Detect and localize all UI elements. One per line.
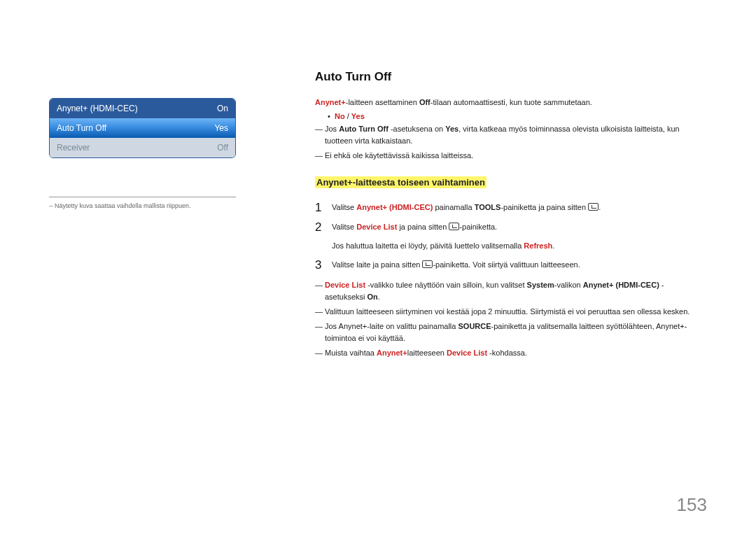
s2subb: Refresh xyxy=(524,241,552,250)
s3a: Valitse laite ja paina sitten xyxy=(332,260,422,269)
enter-icon xyxy=(449,223,459,230)
menu-selected-value: Yes xyxy=(214,123,228,133)
left-footnote: –Näytetty kuva saattaa vaihdella mallist… xyxy=(49,202,236,211)
f1c: System xyxy=(527,281,554,289)
foot-2: ―Valittuun laitteeseen siirtyminen voi k… xyxy=(315,306,700,318)
intro-off: Off xyxy=(419,98,430,106)
step-2-body: Valitse Device List ja paina sitten -pai… xyxy=(332,220,700,252)
s2b: Device List xyxy=(356,223,397,231)
foot-3: ―Jos Anynet+-laite on valittu painamalla… xyxy=(315,321,700,345)
menu-disabled-label: Receiver xyxy=(57,143,90,153)
s2subc: . xyxy=(552,241,554,250)
bullet-no-yes: • No / Yes xyxy=(315,112,700,120)
section-heading: Auto Turn Off xyxy=(315,70,700,84)
f4d: Device List xyxy=(447,349,487,357)
f4a: Muista vaihtaa xyxy=(325,349,377,357)
enter-icon xyxy=(422,260,433,268)
f1g: On xyxy=(368,293,378,301)
menu-selected-row[interactable]: Auto Turn Off Yes xyxy=(50,118,235,138)
bullet-yes: Yes xyxy=(351,112,365,120)
bullet-sep: / xyxy=(345,112,351,120)
right-column: Auto Turn Off Anynet+-laitteen asettamin… xyxy=(315,70,700,361)
step-2: 2 Valitse Device List ja paina sitten -p… xyxy=(315,220,700,252)
left-column: Anynet+ (HDMI-CEC) On Auto Turn Off Yes … xyxy=(49,98,236,211)
f4b: Anynet+ xyxy=(377,349,407,357)
note-line-1: ―Jos Auto Turn Off -asetuksena on Yes, v… xyxy=(315,123,700,148)
footnotes: ―Device List -valikko tulee näyttöön vai… xyxy=(315,279,700,360)
f3b: SOURCE xyxy=(458,322,491,330)
menu-selected-label: Auto Turn Off xyxy=(57,123,106,133)
menu-disabled-row: Receiver Off xyxy=(50,138,235,157)
enter-icon xyxy=(588,203,598,211)
menu-header-row: Anynet+ (HDMI-CEC) On xyxy=(50,99,235,118)
intro-mid1: -laitteen asettaminen xyxy=(346,98,419,106)
s2d: -painiketta. xyxy=(459,223,497,231)
s1f: . xyxy=(598,203,601,211)
n1a: Jos xyxy=(325,125,339,133)
f1h: . xyxy=(378,293,380,301)
n1d: Yes xyxy=(445,125,458,133)
step-1: 1 Valitse Anynet+ (HDMI-CEC) painamalla … xyxy=(315,201,700,215)
left-footnote-text: Näytetty kuva saattaa vaihdella mallista… xyxy=(55,202,191,209)
f1e: Anynet+ (HDMI-CEC) xyxy=(583,281,659,289)
intro-anynet: Anynet+ xyxy=(315,98,346,106)
s1a: Valitse xyxy=(332,203,356,211)
document-page: Anynet+ (HDMI-CEC) On Auto Turn Off Yes … xyxy=(0,0,756,534)
settings-menu: Anynet+ (HDMI-CEC) On Auto Turn Off Yes … xyxy=(49,98,236,158)
f2: Valittuun laitteeseen siirtyminen voi ke… xyxy=(325,307,690,316)
note-line-2: ―Ei ehkä ole käytettävissä kaikissa lait… xyxy=(315,150,700,162)
menu-header-label: Anynet+ (HDMI-CEC) xyxy=(57,104,138,113)
f1d: -valikon xyxy=(554,281,583,289)
step-3-num: 3 xyxy=(315,258,332,272)
menu-header-value: On xyxy=(217,104,228,113)
s1e: -painiketta ja paina sitten xyxy=(500,203,588,211)
s1b: Anynet+ (HDMI-CEC) xyxy=(356,203,433,211)
s2c: ja paina sitten xyxy=(397,223,449,231)
foot-4: ―Muista vaihtaa Anynet+laitteeseen Devic… xyxy=(315,347,700,360)
s1d: TOOLS xyxy=(475,203,501,211)
f4c: laitteeseen xyxy=(407,349,447,357)
f3a: Jos Anynet+-laite on valittu painamalla xyxy=(325,322,458,330)
bullet-no: No xyxy=(335,112,345,120)
page-number: 153 xyxy=(677,494,707,516)
step-3-body: Valitse laite ja paina sitten -painikett… xyxy=(332,258,700,272)
f4e: -kohdassa. xyxy=(487,349,527,357)
step-2-num: 2 xyxy=(315,220,332,252)
f1b: -valikko tulee näyttöön vain silloin, ku… xyxy=(365,281,527,289)
s1c: painamalla xyxy=(433,203,474,211)
menu-disabled-value: Off xyxy=(217,143,228,153)
n1c: -asetuksena on xyxy=(388,125,445,133)
n2: Ei ehkä ole käytettävissä kaikissa laitt… xyxy=(325,151,473,160)
s2suba: Jos haluttua laitetta ei löydy, päivitä … xyxy=(332,241,524,250)
n1b: Auto Turn Off xyxy=(339,125,388,133)
divider xyxy=(49,197,236,197)
intro-line: Anynet+-laitteen asettaminen Off-tilaan … xyxy=(315,97,700,109)
s3b: -painiketta. Voit siirtyä valittuun lait… xyxy=(433,260,580,269)
step-1-body: Valitse Anynet+ (HDMI-CEC) painamalla TO… xyxy=(332,201,700,215)
foot-1: ―Device List -valikko tulee näyttöön vai… xyxy=(315,279,700,304)
step-1-num: 1 xyxy=(315,201,332,215)
intro-mid2: -tilaan automaattisesti, kun tuote sammu… xyxy=(430,98,592,106)
sub-heading: Anynet+-laitteesta toiseen vaihtaminen xyxy=(315,176,486,188)
step-3: 3 Valitse laite ja paina sitten -painike… xyxy=(315,258,700,272)
f1a: Device List xyxy=(325,281,365,289)
s2a: Valitse xyxy=(332,223,356,231)
